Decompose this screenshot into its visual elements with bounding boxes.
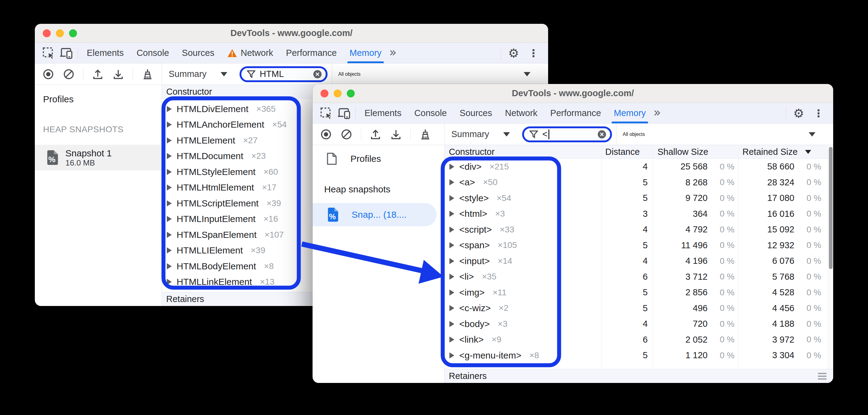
tab-performance[interactable]: Performance — [280, 43, 343, 63]
tab-network[interactable]: Network — [499, 103, 544, 123]
constructor-row[interactable]: <li> ×35 6 3 712 0 % 5 768 0 % — [444, 269, 833, 285]
divider — [786, 107, 786, 120]
settings-gear-icon[interactable]: ⚙ — [503, 46, 524, 60]
constructor-row[interactable]: <input> ×14 4 4 196 0 % 6 076 0 % — [444, 253, 833, 269]
disclosure-triangle-icon[interactable] — [450, 274, 454, 280]
disclosure-triangle-icon[interactable] — [167, 137, 172, 143]
clear-profiles-icon[interactable] — [63, 68, 75, 80]
tab-sources[interactable]: Sources — [175, 43, 221, 63]
clear-profiles-icon[interactable] — [340, 128, 352, 140]
retainers-bar[interactable]: Retainers — [444, 369, 833, 383]
disclosure-triangle-icon[interactable] — [450, 305, 454, 311]
tab-console[interactable]: Console — [130, 43, 175, 63]
constructor-row[interactable]: <a> ×50 5 8 268 0 % 28 324 0 % — [444, 175, 833, 191]
tab-sources[interactable]: Sources — [453, 103, 498, 123]
disclosure-triangle-icon[interactable] — [450, 258, 454, 264]
hamburger-menu-icon[interactable] — [817, 373, 827, 380]
constructor-column-header[interactable]: Constructor — [444, 147, 601, 157]
device-toolbar-button[interactable] — [57, 43, 75, 63]
class-filter-input[interactable]: HTML — [240, 66, 328, 82]
disclosure-triangle-icon[interactable] — [167, 216, 172, 222]
class-filter-input[interactable]: < — [522, 126, 612, 142]
disclosure-triangle-icon[interactable] — [450, 164, 454, 170]
disclosure-triangle-icon[interactable] — [450, 321, 454, 327]
clean-garbage-icon[interactable] — [419, 128, 431, 140]
constructor-row[interactable]: <span> ×105 5 11 496 0 % 12 932 0 % — [444, 237, 833, 253]
disclosure-triangle-icon[interactable] — [167, 200, 172, 206]
instance-count: ×54 — [272, 120, 287, 129]
clean-garbage-icon[interactable] — [141, 68, 153, 80]
close-button[interactable] — [43, 29, 51, 37]
constructor-row[interactable]: <link> ×9 6 2 052 0 % 3 972 0 % — [444, 332, 833, 348]
tab-elements[interactable]: Elements — [358, 103, 408, 123]
disclosure-triangle-icon[interactable] — [450, 337, 454, 343]
more-tabs-icon[interactable]: » — [388, 45, 401, 61]
objects-filter-select[interactable]: All objects — [332, 64, 548, 85]
minimize-button[interactable] — [334, 90, 342, 97]
more-tabs-icon[interactable]: » — [652, 105, 665, 121]
tab-elements[interactable]: Elements — [80, 43, 130, 63]
clear-filter-icon[interactable] — [313, 70, 322, 79]
zoom-button[interactable] — [69, 29, 77, 37]
disclosure-triangle-icon[interactable] — [450, 289, 454, 296]
save-profile-icon[interactable] — [112, 68, 124, 80]
record-heap-snapshot-icon[interactable] — [42, 68, 54, 80]
kebab-menu-icon[interactable]: ⋮ — [809, 107, 828, 119]
constructor-row[interactable]: <body> ×3 4 720 0 % 4 188 0 % — [444, 316, 833, 332]
tab-memory[interactable]: Memory — [343, 43, 388, 63]
zoom-button[interactable] — [347, 90, 355, 97]
record-heap-snapshot-icon[interactable] — [320, 128, 332, 140]
tab-performance[interactable]: Performance — [544, 103, 608, 123]
device-toolbar-button[interactable] — [335, 103, 353, 123]
disclosure-triangle-icon[interactable] — [167, 185, 172, 191]
disclosure-triangle-icon[interactable] — [167, 106, 172, 112]
constructor-row[interactable]: <c-wiz> ×2 5 496 0 % 4 456 0 % — [444, 300, 833, 316]
tab-console[interactable]: Console — [408, 103, 453, 123]
constructor-row[interactable]: <style> ×54 5 9 720 0 % 17 080 0 % — [444, 190, 833, 206]
disclosure-triangle-icon[interactable] — [450, 352, 454, 358]
constructor-row[interactable]: <script> ×33 4 4 792 0 % 15 092 0 % — [444, 222, 833, 237]
distance-column-header[interactable]: Distance — [601, 147, 653, 157]
constructor-row[interactable]: <g-menu-item> ×8 5 1 120 0 % 3 304 0 % — [444, 348, 833, 363]
disclosure-triangle-icon[interactable] — [450, 195, 454, 201]
perspective-select[interactable]: Summary — [451, 129, 510, 139]
disclosure-triangle-icon[interactable] — [167, 232, 172, 238]
constructor-column-header[interactable]: Constructor — [162, 87, 212, 97]
snapshot-item-selected[interactable]: % Snap... (18.... — [313, 203, 437, 226]
disclosure-triangle-icon[interactable] — [167, 247, 172, 253]
save-profile-icon[interactable] — [390, 128, 402, 140]
minimize-button[interactable] — [56, 29, 64, 37]
tab-network[interactable]: Network — [221, 43, 280, 63]
retained-size-column-header[interactable]: Retained Size — [738, 147, 828, 157]
disclosure-triangle-icon[interactable] — [167, 169, 172, 175]
inspect-element-button[interactable] — [317, 103, 335, 123]
clear-filter-icon[interactable] — [597, 130, 607, 139]
load-profile-icon[interactable] — [369, 128, 381, 140]
disclosure-triangle-icon[interactable] — [167, 153, 172, 159]
inspect-element-button[interactable] — [40, 43, 57, 63]
chevron-down-icon — [503, 132, 510, 136]
tab-memory[interactable]: Memory — [608, 103, 652, 123]
disclosure-triangle-icon[interactable] — [167, 122, 172, 128]
perspective-select[interactable]: Summary — [169, 69, 227, 79]
shallow-size-column-header[interactable]: Shallow Size — [653, 147, 738, 157]
disclosure-triangle-icon[interactable] — [450, 227, 454, 233]
snapshot-item[interactable]: % Snapshot 1 16.0 MB — [35, 145, 162, 170]
settings-gear-icon[interactable]: ⚙ — [788, 106, 809, 120]
disclosure-triangle-icon[interactable] — [450, 242, 454, 248]
profiles-heading[interactable]: Profiles — [313, 148, 444, 170]
retainers-label: Retainers — [166, 294, 204, 304]
scrollbar-thumb[interactable] — [829, 147, 833, 269]
close-button[interactable] — [320, 90, 329, 97]
scrollbar-track[interactable] — [828, 145, 833, 369]
disclosure-triangle-icon[interactable] — [450, 179, 454, 185]
constructor-row[interactable]: <div> ×215 4 25 568 0 % 58 660 0 % — [444, 159, 833, 175]
load-profile-icon[interactable] — [92, 68, 104, 80]
constructor-row[interactable]: <img> ×11 5 2 856 0 % 4 528 0 % — [444, 285, 833, 300]
constructor-row[interactable]: <html> ×3 3 364 0 % 16 016 0 % — [444, 206, 833, 222]
objects-filter-select[interactable]: All objects — [616, 124, 833, 145]
disclosure-triangle-icon[interactable] — [167, 263, 172, 269]
kebab-menu-icon[interactable]: ⋮ — [524, 47, 543, 59]
disclosure-triangle-icon[interactable] — [167, 279, 172, 285]
disclosure-triangle-icon[interactable] — [450, 211, 454, 217]
